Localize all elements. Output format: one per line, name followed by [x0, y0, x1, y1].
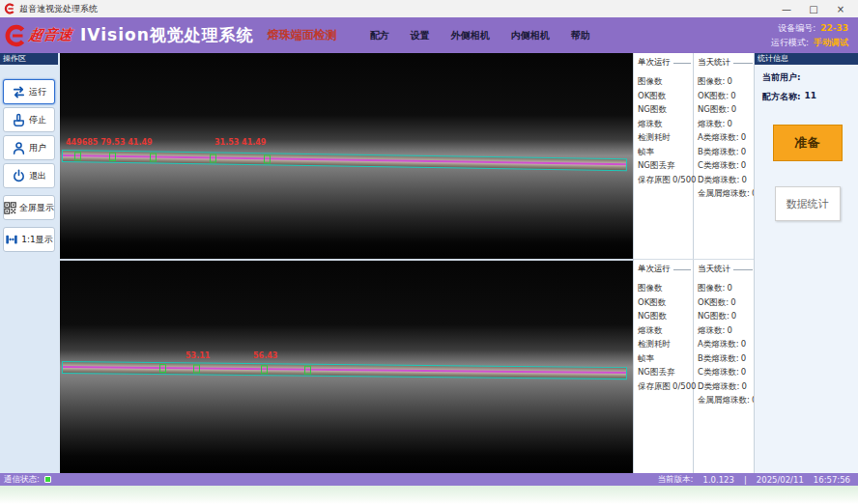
close-button[interactable]: ×	[827, 0, 854, 17]
stat-value: 0	[741, 379, 746, 394]
run-icon	[12, 85, 26, 99]
stat-value: 0/500	[672, 379, 697, 394]
stat-row: 熔珠数	[638, 117, 693, 131]
stat-value: 0	[741, 158, 746, 173]
maximize-button[interactable]: □	[800, 0, 827, 17]
brand-logo: 超音速	[4, 24, 72, 47]
stat-value: 0	[741, 145, 746, 159]
stat-label: OK图数:	[698, 89, 729, 103]
stat-value: 0	[741, 365, 746, 379]
stat-label: OK图数	[638, 295, 666, 310]
desktop-background	[0, 486, 858, 504]
centerline-overlay	[63, 366, 626, 374]
run-button[interactable]: 运行	[3, 79, 55, 104]
stat-label: D类熔珠数:	[698, 173, 739, 187]
stat-label: NG图数:	[698, 102, 729, 117]
stat-value: 0	[730, 295, 735, 310]
camera-viewport: 449685 79.53 41.49 31.53 41.49 53.11 56.…	[58, 53, 633, 473]
app-window: 超音速视觉处理系统 — □ × 超音速 IVision视觉处理系统 熔珠端面检测…	[0, 0, 858, 504]
minimize-button[interactable]: —	[773, 0, 800, 17]
stat-row: D类熔珠数:0	[698, 173, 755, 187]
stat-value: 0	[727, 117, 731, 131]
detection-box	[159, 364, 166, 373]
fullscreen-button[interactable]: 全屏显示	[3, 195, 55, 220]
stat-row: NG图丢弃	[638, 158, 693, 173]
header-info: 设备编号: 22-33 运行模式: 手动调试	[771, 22, 848, 49]
stat-row: OK图数	[638, 89, 693, 103]
one-to-one-button-label: 1:1显示	[21, 234, 52, 246]
stat-row: 金属屑熔珠数:0	[698, 393, 755, 407]
exit-button[interactable]: 退出	[3, 163, 55, 188]
stat-row: C类熔珠数:0	[698, 365, 755, 379]
detection-box	[193, 364, 200, 373]
stat-label: 帧率	[638, 145, 654, 159]
stop-button[interactable]: 停止	[3, 107, 55, 132]
stat-row: 熔珠数:0	[698, 323, 755, 338]
today-stats-title: 当天统计	[698, 57, 755, 69]
stat-row: B类熔珠数:0	[698, 351, 755, 366]
detection-box	[210, 154, 216, 162]
stat-row: A类熔珠数:0	[698, 130, 755, 145]
stat-row: NG图数	[638, 309, 693, 323]
detection-box	[109, 153, 116, 161]
device-number-label: 设备编号:	[778, 22, 815, 35]
stat-label: 图像数	[638, 74, 663, 89]
stat-label: 保存原图	[638, 173, 671, 187]
menu-item[interactable]: 内侧相机	[511, 29, 550, 42]
recipe-name-label: 配方名称:	[762, 91, 801, 103]
stat-value: 0	[741, 130, 746, 145]
stat-value: 0	[731, 309, 736, 323]
stat-label: NG图数	[638, 102, 667, 117]
run-button-label: 运行	[29, 86, 46, 98]
camera-view-inner[interactable]: 53.11 56.43	[60, 261, 633, 473]
stat-label: C类熔珠数:	[698, 365, 739, 379]
fullscreen-grid-icon	[4, 202, 16, 214]
stat-value: 0	[731, 102, 736, 117]
stat-row: OK图数:0	[698, 89, 755, 103]
os-titlebar: 超音速视觉处理系统 — □ ×	[0, 0, 858, 17]
stat-label: 图像数	[638, 281, 663, 295]
stat-label: A类熔珠数:	[698, 130, 739, 145]
menu-item[interactable]: 配方	[370, 29, 389, 42]
comm-status-indicator	[44, 476, 51, 483]
user-button[interactable]: 用户	[3, 135, 55, 160]
status-time: 16:57:56	[814, 475, 850, 485]
stat-label: 熔珠数:	[698, 117, 725, 131]
stat-row: 图像数:0	[698, 74, 755, 89]
run-mode-label: 运行模式:	[771, 37, 809, 49]
stat-row: 图像数	[638, 281, 693, 295]
today-stats-title: 当天统计	[698, 264, 755, 275]
camera-view-outer[interactable]: 449685 79.53 41.49 31.53 41.49	[60, 53, 633, 259]
stat-label: 图像数:	[698, 74, 725, 89]
menu-item[interactable]: 设置	[411, 29, 430, 42]
data-statistics-button[interactable]: 数据统计	[775, 186, 841, 221]
exit-button-label: 退出	[29, 170, 46, 182]
stat-row: 熔珠数	[638, 323, 693, 338]
stat-value: 0	[727, 281, 731, 295]
stat-label: 检测耗时	[638, 337, 671, 351]
app-subtitle: 熔珠端面检测	[268, 27, 337, 43]
stat-label: 熔珠数	[638, 117, 663, 131]
stat-row: NG图数:0	[698, 309, 755, 323]
stat-label: 熔珠数	[638, 323, 663, 338]
stat-label: A类熔珠数:	[698, 337, 739, 351]
detection-box	[261, 365, 268, 374]
centerline-overlay	[63, 154, 626, 165]
prepare-button[interactable]: 准备	[773, 125, 843, 161]
main-area: 操作区 运行 停止	[0, 53, 858, 473]
stat-label: D类熔珠数:	[698, 379, 739, 394]
stat-value: 0/500	[672, 173, 697, 187]
menu-item[interactable]: 帮助	[571, 29, 590, 42]
stat-label: NG图数:	[698, 309, 729, 323]
status-bar: 通信状态: 当前版本: 1.0.123 | 2025/02/11 16:57:5…	[0, 473, 858, 486]
detection-box	[264, 154, 271, 163]
status-separator: |	[744, 475, 747, 485]
stat-row: 保存原图0/500	[638, 379, 693, 394]
stat-row: A类熔珠数:0	[698, 337, 755, 351]
stat-row: 熔珠数:0	[698, 117, 755, 131]
menu-item[interactable]: 外侧相机	[451, 29, 490, 42]
one-to-one-button[interactable]: 1:1显示	[3, 227, 55, 252]
stat-value: 0	[730, 89, 735, 103]
recipe-name-value: 11	[805, 91, 817, 103]
statistics-area: 单次运行 图像数OK图数NG图数熔珠数检测耗时帧率NG图丢弃保存原图0/500 …	[633, 53, 754, 473]
